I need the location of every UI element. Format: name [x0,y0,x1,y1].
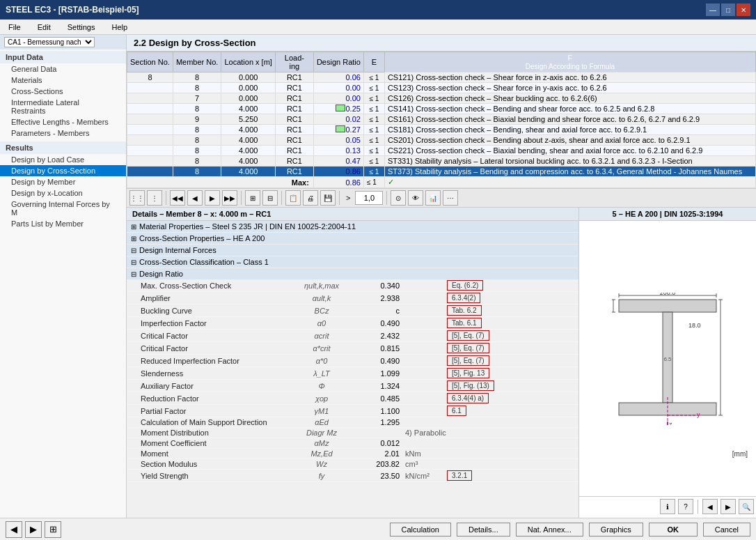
sidebar-item-design-load-case[interactable]: Design by Load Case [0,154,126,165]
table-row[interactable]: 8 4.000 RC1 0.25 ≤ 1 CS141) Cross-sectio… [127,104,756,114]
table-row[interactable]: 8 4.000 RC1 0.27 ≤ 1 CS181) Cross-sectio… [127,125,756,135]
case-dropdown[interactable]: CA1 - Bemessung nach Eurococ... [4,37,95,47]
cell-load: RC1 [275,135,313,146]
results-table-container[interactable]: Section No. Member No. Location x [m] Lo… [127,52,756,189]
cs-nav-btn1[interactable]: ◀ [702,499,718,514]
toolbar-export-btn[interactable]: 💾 [320,190,336,206]
cell-location: 0.000 [221,83,275,93]
minimize-button[interactable]: — [706,3,720,16]
sidebar-item-effective-lengths[interactable]: Effective Lengths - Members [0,116,126,128]
table-row[interactable]: 8 8 0.000 RC1 0.06 ≤ 1 CS121) Cross-sect… [127,72,756,83]
table-row[interactable]: 7 0.000 RC1 0.00 ≤ 1 CS126) Cross-sectio… [127,93,756,104]
toolbar-view3-btn[interactable]: 📊 [425,190,441,206]
cell-member-no: 8 [173,72,221,83]
detail-ref: 6.3.4(2) [447,293,480,303]
toolbar-view2-btn[interactable]: 👁 [408,190,423,206]
detail-group-class-header[interactable]: Cross-Section Classification – Class 1 [127,256,578,268]
detail-group-design-ratio-header[interactable]: Design Ratio [127,268,578,279]
sidebar-item-general-data[interactable]: General Data [0,63,126,75]
detail-value-16: 23.50 [349,472,405,480]
menu-edit[interactable]: Edit [32,22,56,33]
detail-group-material-header[interactable]: Material Properties – Steel S 235 JR | D… [127,221,578,232]
cell-load: RC1 [275,167,313,177]
maximize-button[interactable]: □ [721,3,735,16]
cell-load: RC1 [275,104,313,114]
close-button[interactable]: ✕ [737,3,750,16]
toolbar-sep1 [166,191,166,205]
menu-file[interactable]: File [3,22,26,33]
sidebar-item-governing-forces[interactable]: Governing Internal Forces by M [0,199,126,218]
table-row[interactable]: 8 4.000 RC1 0.86 ≤ 1 ST373) Stability an… [127,167,756,177]
detail-label-11: Calculation of Main Support Direction [127,418,294,426]
cancel-button[interactable]: Cancel [703,523,750,537]
cell-load: RC1 [275,125,313,135]
cell-member-no: 8 [173,125,221,135]
sidebar-item-intermediate-lateral[interactable]: Intermediate Lateral Restraints [0,97,126,116]
detail-symbol-6: α*0 [294,357,349,365]
bottom-left-buttons: ◀ ▶ ⊞ [6,521,61,538]
detail-symbol-15: Wz [294,460,349,468]
details-button[interactable]: Details... [457,523,510,537]
table-row[interactable]: 9 5.250 RC1 0.02 ≤ 1 CS161) Cross-sectio… [127,114,756,125]
toolbar-nav-next[interactable]: ▶ [205,190,220,206]
cell-location: 4.000 [221,167,275,177]
bottom-nav-prev[interactable]: ◀ [6,521,22,538]
cs-view-btn[interactable]: 🔍 [739,499,754,514]
table-row[interactable]: 8 4.000 RC1 0.13 ≤ 1 CS221) Cross-sectio… [127,146,756,156]
sidebar-section-input-title[interactable]: Input Data [0,51,126,63]
toolbar-view1-btn[interactable]: ⊙ [391,190,406,206]
col-header-member-no: Member No. [173,52,221,72]
table-row[interactable]: 8 0.000 RC1 0.00 ≤ 1 CS123) Cross-sectio… [127,83,756,93]
toolbar-col-btn[interactable]: ⋮ [147,190,162,206]
cs-info-btn[interactable]: ℹ [660,499,675,514]
toolbar-nav-first[interactable]: ◀◀ [170,190,185,206]
menu-settings[interactable]: Settings [62,22,101,33]
forces-group-label: Design Internal Forces [139,246,216,254]
calculation-button[interactable]: Calculation [390,523,451,537]
detail-group-cs-header[interactable]: Cross-Section Properties – HE A 200 [127,233,578,244]
detail-symbol-4: αcrit [294,332,349,340]
detail-group-forces-header[interactable]: Design Internal Forces [127,245,578,256]
toolbar-view4-btn[interactable]: ⋯ [443,190,458,206]
svg-text:z: z [669,421,672,425]
detail-symbol-10: γM1 [294,407,349,415]
sidebar-section-results-title[interactable]: Results [0,141,126,154]
cell-leq: ≤ 1 [363,167,384,177]
window-controls[interactable]: — □ ✕ [706,3,750,16]
table-row[interactable]: 8 4.000 RC1 0.47 ≤ 1 ST331) Stability an… [127,156,756,167]
table-row[interactable]: 8 4.000 RC1 0.05 ≤ 1 CS201) Cross-sectio… [127,135,756,146]
detail-symbol-11: αEd [294,418,349,426]
graphics-button[interactable]: Graphics [589,523,643,537]
bottom-nav-next[interactable]: ▶ [25,521,42,538]
sidebar-item-design-x-location[interactable]: Design by x-Location [0,187,126,199]
cell-load: RC1 [275,156,313,167]
cs-nav-btn2[interactable]: ▶ [720,499,736,514]
sidebar-item-design-cross-section[interactable]: Design by Cross-Section [0,165,126,176]
toolbar-copy-btn[interactable]: 📋 [285,190,301,206]
cell-formula: CS161) Cross-section check – Biaxial ben… [384,114,755,125]
toolbar-expand-btn[interactable]: ⊞ [245,190,260,206]
bottom-expand-btn[interactable]: ⊞ [45,521,61,538]
cs-help-btn[interactable]: ? [678,499,693,514]
toolbar-nav-prev[interactable]: ◀ [187,190,203,206]
sidebar-item-cross-sections[interactable]: Cross-Sections [0,86,126,97]
cell-section-no [127,104,173,114]
toolbar-collapse-btn[interactable]: ⊟ [262,190,278,206]
toolbar-nav-last[interactable]: ▶▶ [222,190,237,206]
toolbar-print-btn[interactable]: 🖨 [303,190,318,206]
ok-button[interactable]: OK [649,523,698,537]
sidebar-item-design-member[interactable]: Design by Member [0,176,126,187]
sidebar-item-materials[interactable]: Materials [0,75,126,86]
zoom-input[interactable] [355,191,383,205]
detail-row: Slenderness λ_LT 1.099 [5], Fig. 13 [127,367,578,380]
sidebar-item-parameters-members[interactable]: Parameters - Members [0,128,126,139]
max-value: 0.86 [313,177,363,188]
cell-section-no [127,156,173,167]
toolbar-filter-btn[interactable]: ⋮⋮ [129,190,145,206]
nat-annex-button[interactable]: Nat. Annex... [516,523,583,537]
detail-value-5: 0.815 [349,344,405,353]
menu-help[interactable]: Help [106,22,133,33]
cell-section-no [127,146,173,156]
detail-value-10: 1.100 [349,407,405,415]
sidebar-item-parts-list[interactable]: Parts List by Member [0,218,126,229]
